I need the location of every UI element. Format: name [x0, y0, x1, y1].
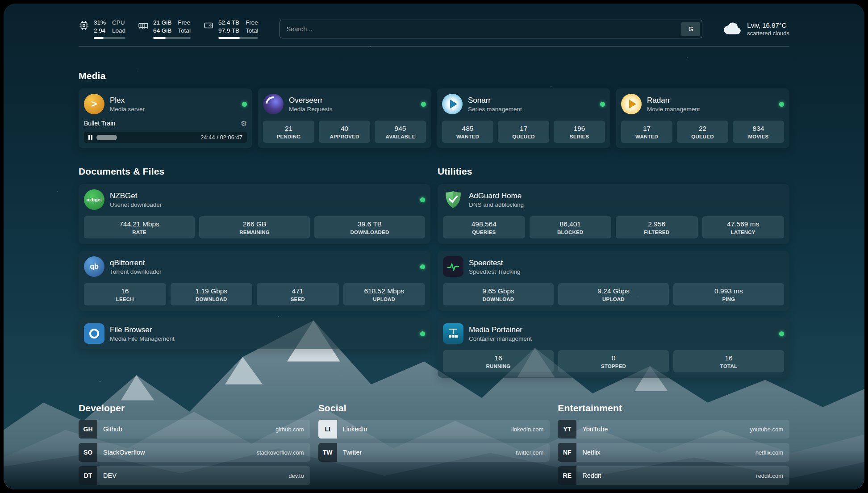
header-divider: [79, 46, 789, 46]
stat-download: 1.19 Gbps DOWNLOAD: [171, 283, 253, 305]
stat-filtered: 2,956 FILTERED: [616, 216, 698, 238]
service-name: Speedtest: [469, 259, 521, 267]
service-card-filebrowser[interactable]: File Browser Media File Management: [79, 318, 430, 349]
service-name: Sonarr: [468, 96, 522, 105]
cpu-widget: 31% 2.94 CPU Load: [79, 19, 125, 39]
bookmark-netflix[interactable]: NF Netflix netflix.com: [558, 443, 789, 462]
disk-free: 52.4 TB: [218, 19, 239, 27]
status-dot: [420, 331, 425, 336]
service-card-qbittorrent[interactable]: qb qBittorrent Torrent downloader 16 LEE…: [79, 251, 430, 311]
section-title-social: Social: [318, 403, 550, 414]
stat-remaining: 266 GB REMAINING: [199, 216, 310, 238]
pause-button[interactable]: [88, 135, 92, 140]
bookmark-twitter[interactable]: TW Twitter twitter.com: [318, 443, 550, 462]
disk-total: 97.9 TB: [218, 27, 239, 35]
bookmark-reddit[interactable]: RE Reddit reddit.com: [558, 466, 789, 485]
cpu-progress-bar: [94, 37, 125, 39]
service-card-plex[interactable]: > Plex Media server Bullet Train ⚙: [79, 88, 252, 148]
radarr-icon: [621, 94, 642, 114]
bookmark-linkedin[interactable]: LI LinkedIn linkedin.com: [318, 420, 550, 439]
cpu-percent: 31%: [94, 19, 106, 27]
filebrowser-icon: [84, 323, 104, 344]
status-dot: [242, 102, 247, 107]
memory-total: 64 GiB: [153, 27, 171, 35]
stat-stopped: 0 STOPPED: [558, 350, 669, 372]
memory-widget: 21 GiB 64 GiB Free Total: [138, 19, 191, 39]
memory-free-label: Free: [178, 19, 191, 27]
service-subtitle: DNS and adblocking: [469, 201, 524, 208]
now-playing-progress: 24:44 / 02:06:47: [84, 132, 247, 143]
service-card-radarr[interactable]: Radarr Movie management 17 WANTED 22 QUE…: [616, 88, 789, 148]
status-dot: [600, 102, 605, 107]
stat-pending: 21 PENDING: [263, 121, 314, 143]
section-title-documents: Documents & Files: [79, 166, 430, 177]
youtube-icon: YT: [558, 420, 576, 439]
service-subtitle: Speedtest Tracking: [469, 268, 521, 275]
cloud-icon: [724, 22, 742, 35]
service-card-adguard[interactable]: AdGuard Home DNS and adblocking 498,564 …: [438, 184, 789, 244]
service-card-nzbget[interactable]: nzbget NZBGet Usenet downloader 744.21 M…: [79, 184, 430, 244]
weather-condition: scattered clouds: [747, 30, 789, 37]
memory-total-label: Total: [178, 27, 191, 35]
service-name: Overseerr: [289, 96, 333, 105]
stat-approved: 40 APPROVED: [319, 121, 370, 143]
disk-progress-bar: [218, 37, 259, 39]
stat-queued: 17 QUEUED: [498, 121, 549, 143]
stat-downloaded: 39.6 TB DOWNLOADED: [314, 216, 425, 238]
service-name: Plex: [110, 96, 145, 105]
cpu-load: 2.94: [94, 27, 106, 35]
section-title-developer: Developer: [79, 403, 310, 414]
stat-ping: 0.993 ms PING: [673, 283, 784, 305]
github-icon: GH: [79, 420, 97, 439]
weather-location: Lviv, 16.87°C: [747, 21, 789, 29]
disk-icon: [203, 20, 214, 31]
weather-widget: Lviv, 16.87°C scattered clouds: [724, 21, 789, 37]
twitter-icon: TW: [318, 443, 337, 462]
stat-download: 9.65 Gbps DOWNLOAD: [443, 283, 554, 305]
dev-icon: DT: [79, 466, 97, 485]
stat-series: 196 SERIES: [554, 121, 605, 143]
stat-upload: 618.52 Mbps UPLOAD: [343, 283, 426, 305]
stat-latency: 47.569 ms LATENCY: [702, 216, 785, 238]
search-bar[interactable]: G: [280, 20, 702, 38]
stat-wanted: 485 WANTED: [442, 121, 493, 143]
bookmark-dev[interactable]: DT DEV dev.to: [79, 466, 310, 485]
search-provider-button[interactable]: G: [681, 22, 700, 36]
service-card-overseerr[interactable]: Overseerr Media Requests 21 PENDING 40 A…: [258, 88, 431, 148]
memory-icon: [138, 20, 149, 31]
search-input[interactable]: [286, 25, 681, 33]
bookmark-youtube[interactable]: YT YouTube youtube.com: [558, 420, 789, 439]
stat-seed: 471 SEED: [257, 283, 339, 305]
overseerr-icon: [263, 94, 284, 114]
now-playing-title: Bullet Train: [84, 120, 115, 127]
service-subtitle: Movie management: [647, 106, 700, 113]
netflix-icon: NF: [558, 443, 576, 462]
stat-available: 945 AVAILABLE: [375, 121, 426, 143]
service-subtitle: Series management: [468, 106, 522, 113]
service-card-sonarr[interactable]: Sonarr Series management 485 WANTED 17 Q…: [437, 88, 610, 148]
star-field: [4, 4, 4, 4]
stackoverflow-icon: SO: [79, 443, 97, 462]
service-card-portainer[interactable]: Media Portainer Container management 16 …: [438, 318, 789, 378]
bookmark-group-social: Social LI LinkedIn linkedin.com TW Twitt…: [318, 403, 550, 489]
bookmark-group-entertainment: Entertainment YT YouTube youtube.com NF …: [558, 403, 789, 489]
service-subtitle: Torrent downloader: [110, 268, 162, 275]
sonarr-icon: [442, 94, 463, 114]
stat-running: 16 RUNNING: [443, 350, 554, 372]
dashboard-window: 31% 2.94 CPU Load: [4, 4, 864, 489]
service-name: Radarr: [647, 96, 700, 105]
status-dot: [779, 331, 784, 336]
disk-total-label: Total: [246, 27, 259, 35]
progress-pill: [96, 135, 117, 140]
stat-rate: 744.21 Mbps RATE: [84, 216, 195, 238]
settings-gear-icon[interactable]: ⚙: [241, 119, 247, 128]
stat-wanted: 17 WANTED: [621, 121, 672, 143]
stat-queries: 498,564 QUERIES: [443, 216, 525, 238]
bookmark-stackoverflow[interactable]: SO StackOverflow stackoverflow.com: [79, 443, 310, 462]
bookmark-github[interactable]: GH Github github.com: [79, 420, 310, 439]
linkedin-icon: LI: [318, 420, 337, 439]
section-title-media: Media: [79, 71, 789, 81]
service-card-speedtest[interactable]: Speedtest Speedtest Tracking 9.65 Gbps D…: [438, 251, 789, 311]
now-playing-time: 24:44 / 02:06:47: [200, 134, 242, 141]
service-name: Media Portainer: [469, 326, 532, 334]
